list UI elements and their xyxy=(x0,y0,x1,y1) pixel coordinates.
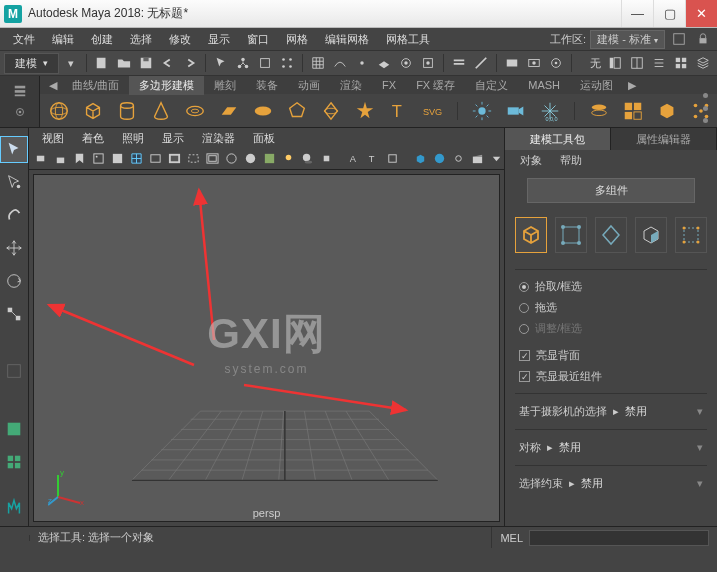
vp-sphere-icon[interactable] xyxy=(431,151,447,167)
menu-modify[interactable]: 修改 xyxy=(162,30,198,49)
vp-grid-icon[interactable] xyxy=(128,151,144,167)
layout-quad-icon[interactable] xyxy=(620,98,646,124)
poly-star-icon[interactable] xyxy=(352,98,378,124)
vp-menu-view[interactable]: 视图 xyxy=(35,130,71,147)
vp-clapper-icon[interactable] xyxy=(469,151,485,167)
check-highlight-nearest[interactable]: ✓亮显最近组件 xyxy=(515,366,707,387)
sidebar-toggle-icon[interactable] xyxy=(605,53,625,73)
shelf-scroll-right[interactable]: ▶ xyxy=(623,77,641,94)
poly-torus-icon[interactable] xyxy=(182,98,208,124)
shelf-menu-icon[interactable] xyxy=(13,84,27,98)
symmetry-select[interactable]: 对称▸禁用▾ xyxy=(515,436,707,459)
stack-icon[interactable] xyxy=(693,53,713,73)
vp-xray-joints-icon[interactable]: T xyxy=(365,151,381,167)
menu-mesh[interactable]: 网格 xyxy=(279,30,315,49)
new-scene-icon[interactable] xyxy=(92,53,112,73)
cube-wire-icon[interactable] xyxy=(654,98,680,124)
vp-textured-icon[interactable] xyxy=(261,151,277,167)
shelf-tab-rigging[interactable]: 装备 xyxy=(246,76,288,95)
poly-cylinder-icon[interactable] xyxy=(114,98,140,124)
menu-file[interactable]: 文件 xyxy=(6,30,42,49)
snap-point-icon[interactable] xyxy=(352,53,372,73)
shelf-tab-fxcache[interactable]: FX 缓存 xyxy=(406,76,465,95)
shelf-tab-anim[interactable]: 动画 xyxy=(288,76,330,95)
menu-select[interactable]: 选择 xyxy=(123,30,159,49)
vp-menu-lighting[interactable]: 照明 xyxy=(115,130,151,147)
undo-icon[interactable] xyxy=(158,53,178,73)
vp-gate-mask-icon[interactable] xyxy=(166,151,182,167)
minimize-button[interactable]: — xyxy=(621,0,653,27)
radio-drag[interactable]: 拖选 xyxy=(515,297,707,318)
hotbox-icon[interactable] xyxy=(669,29,689,49)
vp-safe-icon[interactable] xyxy=(204,151,220,167)
dropdown-arrow-icon[interactable]: ▾ xyxy=(61,53,81,73)
snap-live-icon[interactable] xyxy=(396,53,416,73)
vp-image-plane-icon[interactable] xyxy=(90,151,106,167)
construction-icon[interactable] xyxy=(471,53,491,73)
mode-dropdown[interactable]: 建模 xyxy=(4,53,59,74)
last-tool-button[interactable] xyxy=(0,358,28,385)
select-constraint[interactable]: 选择约束▸禁用▾ xyxy=(515,472,707,495)
shelf-tab-motion[interactable]: 运动图 xyxy=(570,76,623,95)
toggle-icon[interactable] xyxy=(649,53,669,73)
vp-xray-icon[interactable]: A xyxy=(346,151,362,167)
poly-superellipse-icon[interactable] xyxy=(318,98,344,124)
open-scene-icon[interactable] xyxy=(114,53,134,73)
check-highlight-backfaces[interactable]: ✓亮显背面 xyxy=(515,345,707,366)
lock-icon[interactable] xyxy=(693,29,713,49)
vp-expose-icon[interactable] xyxy=(384,151,400,167)
poly-sphere-icon[interactable] xyxy=(46,98,72,124)
vp-gear-icon[interactable] xyxy=(450,151,466,167)
component-dots-icon[interactable] xyxy=(688,98,714,124)
vp-isolate-icon[interactable] xyxy=(318,151,334,167)
maximize-button[interactable]: ▢ xyxy=(653,0,685,27)
render-icon[interactable] xyxy=(502,53,522,73)
menu-display[interactable]: 显示 xyxy=(201,30,237,49)
snap-view-icon[interactable] xyxy=(418,53,438,73)
viewport-canvas[interactable]: GXI网 system.com y x z persp xyxy=(33,174,500,522)
vp-select-cam-icon[interactable] xyxy=(33,151,49,167)
rotate-tool-button[interactable] xyxy=(0,267,28,294)
shelf-tab-curves[interactable]: 曲线/曲面 xyxy=(62,76,129,95)
vp-menu-renderer[interactable]: 渲染器 xyxy=(195,130,242,147)
shelf-tab-mash[interactable]: MASH xyxy=(518,77,570,93)
vp-menu-shading[interactable]: 着色 xyxy=(75,130,111,147)
maya-logo-button[interactable] xyxy=(0,488,28,526)
snowflake-icon[interactable]: 0,0,0 xyxy=(537,98,563,124)
select-object-icon[interactable] xyxy=(255,53,275,73)
shelf-tab-render[interactable]: 渲染 xyxy=(330,76,372,95)
four-view-button[interactable] xyxy=(0,449,28,476)
shelf-tab-fx[interactable]: FX xyxy=(372,77,406,93)
shelf-scroll-left[interactable]: ◀ xyxy=(44,77,62,94)
select-tool-button[interactable] xyxy=(0,136,28,163)
shelf-gear-icon[interactable] xyxy=(13,105,27,119)
camera-icon[interactable] xyxy=(503,98,529,124)
multi-component-button[interactable]: 多组件 xyxy=(527,178,695,203)
menu-create[interactable]: 创建 xyxy=(84,30,120,49)
poly-cone-icon[interactable] xyxy=(148,98,174,124)
poly-type-icon[interactable]: T xyxy=(386,98,412,124)
poly-cube-icon[interactable] xyxy=(80,98,106,124)
layout-icon[interactable] xyxy=(671,53,691,73)
vp-cube-icon[interactable] xyxy=(412,151,428,167)
panel-drag-handle[interactable] xyxy=(703,93,709,123)
vp-renderer-dd-icon[interactable] xyxy=(488,151,504,167)
render-settings-icon[interactable] xyxy=(546,53,566,73)
camera-based-select[interactable]: 基于摄影机的选择▸禁用▾ xyxy=(515,400,707,423)
shelf-tab-sculpt[interactable]: 雕刻 xyxy=(204,76,246,95)
vp-shaded-icon[interactable] xyxy=(242,151,258,167)
light-icon[interactable] xyxy=(469,98,495,124)
ipr-icon[interactable] xyxy=(524,53,544,73)
vp-wireframe-icon[interactable] xyxy=(223,151,239,167)
select-tool-icon[interactable] xyxy=(211,53,231,73)
vertex-mode-button[interactable] xyxy=(555,217,587,253)
snap-curve-icon[interactable] xyxy=(330,53,350,73)
history-icon[interactable] xyxy=(449,53,469,73)
vp-menu-panels[interactable]: 面板 xyxy=(246,130,282,147)
snap-plane-icon[interactable] xyxy=(374,53,394,73)
select-hierarchy-icon[interactable] xyxy=(233,53,253,73)
vp-bookmark-icon[interactable] xyxy=(71,151,87,167)
menu-mesh-tools[interactable]: 网格工具 xyxy=(379,30,437,49)
workspace-dropdown[interactable]: 建模 - 标准 ▾ xyxy=(590,30,665,49)
menu-window[interactable]: 窗口 xyxy=(240,30,276,49)
